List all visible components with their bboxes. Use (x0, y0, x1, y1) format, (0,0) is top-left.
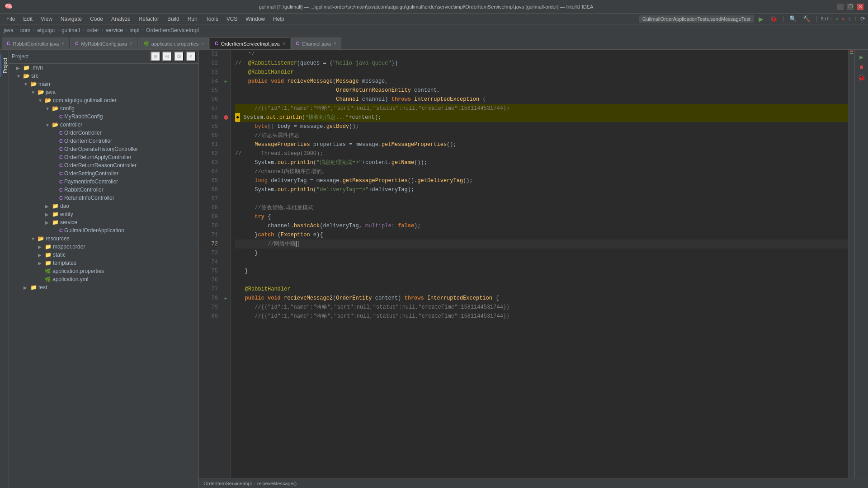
breadcrumb-service[interactable]: service (106, 27, 123, 33)
gutter-61 (222, 140, 230, 149)
breadcrumb-atguigu[interactable]: atguigu (37, 27, 55, 33)
tree-item-mapperorder[interactable]: ▶ 📁 mapper.order (9, 243, 198, 251)
tree-label-entity: entity (60, 211, 73, 217)
tree-item-orderitemcontroller[interactable]: C OrderItemController (9, 137, 198, 145)
menu-run[interactable]: Run (184, 15, 201, 23)
breadcrumb-impl[interactable]: impl (129, 27, 139, 33)
tree-item-test[interactable]: ▶ 📁 test (9, 283, 198, 291)
linenum-75: 75 (199, 267, 218, 276)
debug-button[interactable]: 🐞 (768, 14, 779, 23)
code-64: //channel内按顺序自增的。 (235, 167, 327, 176)
tab-channel[interactable]: C Channel.java × (291, 38, 341, 49)
tab-rabbitcontroller[interactable]: C RabbitController.java × (2, 38, 69, 49)
code-container[interactable]: 51 52 53 54 55 56 57 58 59 60 61 62 63 6… (199, 50, 868, 478)
menu-vcs[interactable]: VCS (223, 15, 241, 23)
tree-item-rabbitcontroller[interactable]: C RabbitController (9, 186, 198, 194)
breadcrumb-com[interactable]: com (20, 27, 31, 33)
menu-window[interactable]: Window (242, 15, 269, 23)
tree-item-resources[interactable]: ▼ 📂 resources (9, 235, 198, 243)
tab-close[interactable]: × (61, 41, 64, 46)
menu-edit[interactable]: Edit (19, 15, 36, 23)
tree-item-appprops[interactable]: 🌿 application.properties (9, 267, 198, 275)
arrow-service: ▶ (45, 220, 51, 225)
tree-item-java[interactable]: ▼ 📂 java (9, 88, 198, 96)
linenum-71: 71 (199, 230, 218, 239)
tab-myrabbitconfig[interactable]: C MyRabbitConfig.java × (70, 38, 137, 49)
tab-close3[interactable]: × (201, 41, 204, 46)
tree-item-appyml[interactable]: 🌿 application.yml (9, 275, 198, 283)
run-btn-play[interactable]: ▶ (859, 53, 863, 61)
git-push-icon: ↑ (854, 15, 858, 22)
folder-icon-templates: 📁 (45, 260, 52, 266)
tree-item-mvn[interactable]: ▶ 📁 .mvn (9, 64, 198, 72)
tree-item-orderreturnapply[interactable]: C OrderReturnApplyController (9, 153, 198, 161)
run-btn-stop[interactable]: ■ (859, 64, 863, 71)
tab-orderitemserviceimpl[interactable]: C OrderItemServiceImpl.java × (210, 38, 290, 49)
tree-item-orderreturnreason[interactable]: C OrderReturnReasonController (9, 161, 198, 169)
code-63-op2: ()); (414, 158, 427, 167)
code-66-op: ( (313, 185, 316, 194)
sidebar-collapse-btn[interactable]: ⊖ (162, 52, 172, 61)
run-btn-debug[interactable]: 🐞 (858, 74, 865, 81)
breadcrumb-classname[interactable]: OrderItemServiceImpl (146, 27, 199, 33)
menu-help[interactable]: Help (269, 15, 288, 23)
tree-item-ordersetting[interactable]: C OrderSettingController (9, 169, 198, 178)
code-line-75: } (235, 267, 848, 276)
tree-item-dao[interactable]: ▶ 📁 dao (9, 202, 198, 210)
menu-refactor[interactable]: Refactor (135, 15, 163, 23)
code-line-76 (235, 276, 848, 285)
menu-file[interactable]: File (3, 15, 19, 23)
tree-item-templates[interactable]: ▶ 📁 templates (9, 259, 198, 267)
tree-item-ordercontroller[interactable]: C OrderController (9, 129, 198, 137)
close-button[interactable]: ✕ (857, 4, 863, 10)
menu-code[interactable]: Code (86, 15, 107, 23)
code-line-74 (235, 258, 848, 267)
sidebar-settings-btn[interactable]: ⚙ (174, 52, 184, 61)
tree-item-entity[interactable]: ▶ 📁 entity (9, 210, 198, 218)
toolbar-search[interactable]: 🔍 (788, 14, 798, 23)
menu-navigate[interactable]: Navigate (57, 15, 85, 23)
menu-tools[interactable]: Tools (202, 15, 222, 23)
tree-item-orderoperatehistory[interactable]: C OrderOperateHistoryController (9, 145, 198, 153)
tree-item-package[interactable]: ▼ 📂 com.atguigu.gulimall.order (9, 96, 198, 104)
menu-view[interactable]: View (37, 15, 56, 23)
code-line-54: public void recieveMessage(Message messa… (235, 77, 848, 86)
tree-item-config[interactable]: ▼ 📂 config (9, 104, 198, 113)
breadcrumb-gulimall[interactable]: gulimall (61, 27, 80, 33)
sidebar-close-btn[interactable]: × (186, 52, 196, 61)
panel-tab-project[interactable]: Project (0, 54, 9, 77)
minimize-button[interactable]: — (837, 4, 844, 10)
tree-item-src[interactable]: ▼ 📂 src (9, 72, 198, 80)
tree-item-paymentinfo[interactable]: C PaymentInfoController (9, 178, 198, 186)
run-config-area[interactable]: GulimallOrderApplicationTests.sendMessag… (639, 15, 754, 23)
tree-item-gulimallorderapp[interactable]: C GulimallOrderApplication (9, 226, 198, 235)
tree-item-static[interactable]: ▶ 📁 static (9, 251, 198, 259)
file-icon-ri: C (59, 195, 63, 201)
cursor-indicator-58: ● (235, 113, 240, 122)
toolbar-build[interactable]: 🔨 (801, 14, 812, 23)
run-button[interactable]: ▶ (757, 14, 765, 23)
tree-item-main[interactable]: ▼ 📂 main (9, 80, 198, 88)
breakpoint-icon (224, 115, 228, 120)
code-66-tag: deliveryTag); (372, 185, 414, 194)
tree-item-refundinfo[interactable]: C RefundInfoController (9, 194, 198, 202)
tree-label-appprops: application.properties (52, 268, 104, 274)
tab-close2[interactable]: × (130, 41, 132, 46)
tree-label-res: resources (46, 235, 70, 242)
tree-item-service[interactable]: ▶ 📁 service (9, 218, 198, 226)
tree-item-myrabbitconfig[interactable]: C MyRabbitConfig (9, 113, 198, 121)
tab-close5[interactable]: × (334, 41, 336, 46)
code-line-79: //{{"id":1,"name":"哈哈","sort":null,"stat… (235, 303, 848, 312)
tab-appprops[interactable]: 🌿 application.properties × (138, 38, 209, 49)
menu-analyze[interactable]: Analyze (108, 15, 134, 23)
maximize-button[interactable]: ❐ (847, 4, 854, 10)
code-line-66: System.out.println("deliveryTag==>"+deli… (235, 185, 848, 194)
breadcrumb-java[interactable]: java (4, 27, 14, 33)
code-editor[interactable]: */ // @RabbitListener(queues = {"hello-j… (231, 50, 848, 478)
breadcrumb-order[interactable]: order (86, 27, 99, 33)
menu-build[interactable]: Build (164, 15, 183, 23)
code-line-68: //签收货物,非批量模式 (235, 203, 848, 212)
tree-item-controller[interactable]: ▼ 📂 controller (9, 121, 198, 129)
tab-close4[interactable]: × (283, 41, 285, 46)
sidebar-expand-btn[interactable]: ⊕ (151, 52, 160, 61)
